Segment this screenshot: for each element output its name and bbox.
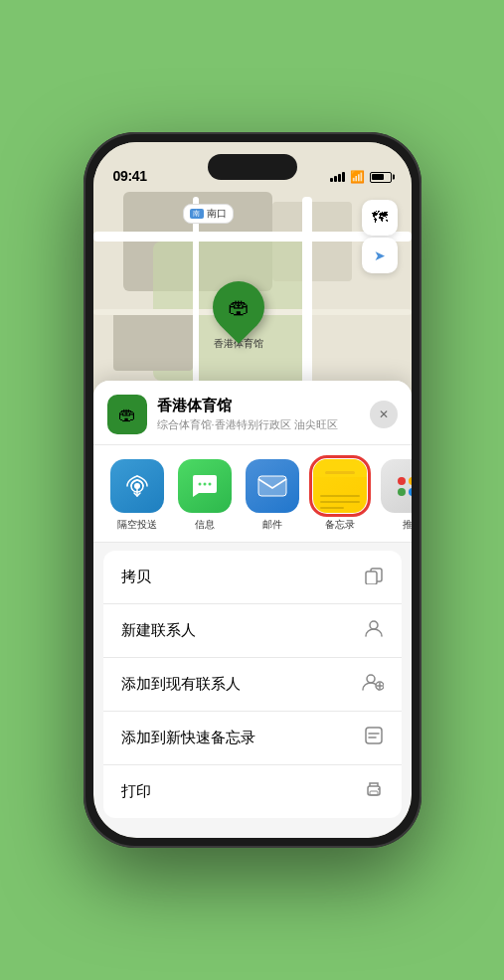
pin-stadium-icon: 🏟 (228, 294, 250, 320)
add-existing-label: 添加到现有联系人 (121, 675, 241, 694)
messages-label: 信息 (195, 518, 215, 532)
mail-label: 邮件 (262, 518, 282, 532)
actions-container: 拷贝 新建联系人 (103, 551, 402, 818)
share-apps-row: 隔空投送 信息 (93, 445, 412, 543)
mail-icon (246, 459, 299, 513)
more-icon (381, 459, 412, 513)
sheet-close-button[interactable]: ✕ (370, 401, 398, 428)
svg-point-3 (198, 483, 201, 486)
notes-label: 备忘录 (325, 518, 355, 532)
status-time: 09:41 (113, 168, 147, 184)
add-notes-icon (364, 726, 384, 750)
svg-point-5 (208, 483, 211, 486)
location-label: 南 南口 (183, 204, 234, 224)
add-notes-label: 添加到新快速备忘录 (121, 729, 255, 747)
signal-bars-icon (330, 172, 345, 182)
map-block-3 (113, 311, 193, 371)
share-app-airdrop[interactable]: 隔空投送 (107, 459, 167, 532)
more-label: 推 (403, 518, 412, 532)
svg-rect-14 (366, 728, 382, 743)
action-print[interactable]: 打印 (103, 765, 402, 818)
map-type-icon: 🗺 (372, 209, 388, 227)
location-label-text: 南口 (207, 207, 227, 221)
venue-subtitle: 综合体育馆·香港特别行政区 油尖旺区 (157, 417, 370, 432)
airdrop-icon (110, 459, 164, 513)
map-controls: 🗺 ➤ (362, 200, 398, 273)
location-button[interactable]: ➤ (362, 238, 398, 273)
notes-icon (313, 459, 367, 513)
share-app-mail[interactable]: 邮件 (243, 459, 302, 532)
pin-circle: 🏟 (202, 270, 275, 344)
dynamic-island (208, 154, 297, 180)
action-copy[interactable]: 拷贝 (103, 551, 402, 604)
action-new-contact[interactable]: 新建联系人 (103, 604, 402, 658)
bottom-sheet: 🏟 香港体育馆 综合体育馆·香港特别行政区 油尖旺区 ✕ (93, 381, 412, 838)
location-label-icon: 南 (190, 209, 204, 219)
sheet-header: 🏟 香港体育馆 综合体育馆·香港特别行政区 油尖旺区 ✕ (93, 381, 412, 445)
venue-info: 香港体育馆 综合体育馆·香港特别行政区 油尖旺区 (157, 397, 370, 432)
messages-icon (178, 459, 232, 513)
map-type-button[interactable]: 🗺 (362, 200, 398, 236)
svg-point-10 (367, 675, 375, 683)
wifi-icon: 📶 (350, 170, 365, 184)
print-icon (364, 779, 384, 804)
share-app-messages[interactable]: 信息 (175, 459, 235, 532)
venue-icon-emoji: 🏟 (118, 405, 136, 425)
svg-rect-6 (258, 476, 286, 496)
share-app-more[interactable]: 推 (378, 459, 412, 532)
battery-icon (370, 172, 392, 183)
action-add-existing[interactable]: 添加到现有联系人 (103, 658, 402, 712)
svg-point-9 (370, 621, 378, 629)
phone-frame: 09:41 📶 (84, 132, 421, 848)
airdrop-label: 隔空投送 (117, 518, 157, 532)
close-icon: ✕ (379, 408, 389, 421)
add-existing-icon (362, 672, 384, 697)
action-add-notes[interactable]: 添加到新快速备忘录 (103, 712, 402, 765)
new-contact-icon (364, 618, 384, 643)
new-contact-label: 新建联系人 (121, 621, 196, 640)
svg-point-19 (378, 788, 380, 790)
svg-rect-8 (366, 572, 377, 584)
status-icons: 📶 (330, 170, 392, 184)
stadium-pin[interactable]: 🏟 香港体育馆 (213, 281, 264, 351)
print-label: 打印 (121, 782, 151, 801)
svg-point-4 (203, 483, 206, 486)
copy-label: 拷贝 (121, 568, 151, 586)
venue-icon: 🏟 (107, 395, 147, 434)
copy-icon (364, 565, 384, 589)
venue-name: 香港体育馆 (157, 397, 370, 415)
location-arrow-icon: ➤ (374, 247, 386, 263)
share-app-notes[interactable]: 备忘录 (310, 459, 370, 532)
phone-screen: 09:41 📶 (93, 142, 412, 838)
